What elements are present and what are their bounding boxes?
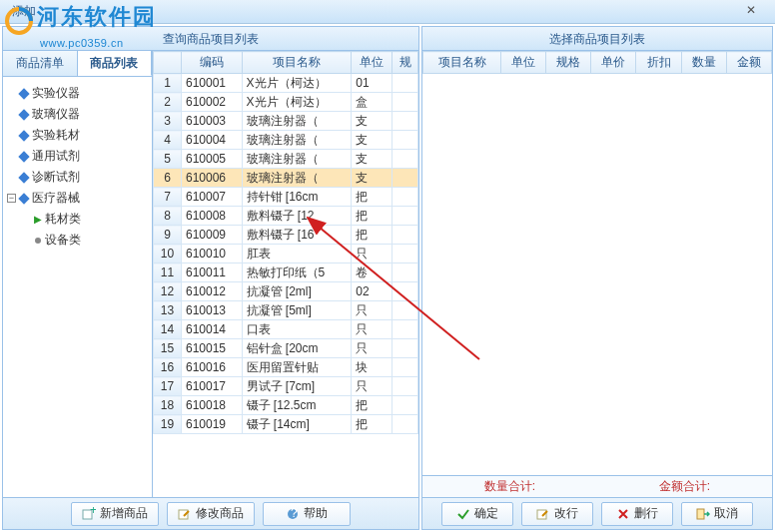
tree-node[interactable]: 实验耗材 — [7, 125, 148, 146]
cell-unit: 01 — [352, 74, 392, 93]
row-number: 9 — [154, 226, 182, 245]
cell-name: 口表 — [242, 320, 352, 339]
tree-node[interactable]: 通用试剂 — [7, 146, 148, 167]
tree-label: 实验仪器 — [32, 85, 80, 102]
cell-code: 610012 — [182, 282, 243, 301]
cell-unit: 只 — [352, 245, 392, 264]
column-header[interactable]: 项目名称 — [423, 52, 501, 74]
cell-spec — [392, 339, 418, 358]
table-row[interactable]: 15610015铝针盒 [20cm只 — [154, 339, 418, 358]
category-icon — [18, 193, 29, 204]
cell-code: 610008 — [182, 207, 243, 226]
cell-code: 610005 — [182, 150, 243, 169]
cell-name: 持针钳 [16cm — [242, 188, 352, 207]
cell-spec — [392, 74, 418, 93]
window-title: 添加 — [4, 3, 731, 20]
collapse-icon[interactable]: − — [7, 194, 16, 203]
cell-code: 610011 — [182, 264, 243, 282]
cell-name: 铝针盒 [20cm — [242, 339, 352, 358]
tree-label: 通用试剂 — [32, 148, 80, 165]
table-row[interactable]: 1610001X光片（柯达）01 — [154, 74, 418, 93]
cell-spec — [392, 358, 418, 377]
row-number: 3 — [154, 112, 182, 131]
cell-unit: 只 — [352, 301, 392, 320]
cell-unit: 卷 — [352, 264, 392, 282]
table-row[interactable]: 6610006玻璃注射器（支 — [154, 169, 418, 188]
table-row[interactable]: 10610010肛表只 — [154, 245, 418, 264]
table-row[interactable]: 7610007持针钳 [16cm把 — [154, 188, 418, 207]
cell-spec — [392, 131, 418, 150]
table-row[interactable]: 2610002X光片（柯达）盒 — [154, 93, 418, 112]
table-row[interactable]: 8610008敷料镊子 [12把 — [154, 207, 418, 226]
right-panel-title: 选择商品项目列表 — [422, 27, 772, 51]
table-row[interactable]: 14610014口表只 — [154, 320, 418, 339]
table-row[interactable]: 5610005玻璃注射器（支 — [154, 150, 418, 169]
table-row[interactable]: 17610017男试子 [7cm]只 — [154, 377, 418, 396]
table-row[interactable]: 4610004玻璃注射器（支 — [154, 131, 418, 150]
category-tree[interactable]: 实验仪器玻璃仪器实验耗材通用试剂诊断试剂−医疗器械▶耗材类设备类 — [3, 77, 152, 497]
table-row[interactable]: 19610019镊子 [14cm]把 — [154, 415, 418, 434]
row-number: 18 — [154, 396, 182, 415]
help-icon: ? — [286, 507, 300, 521]
cell-unit: 只 — [352, 377, 392, 396]
column-header[interactable]: 单位 — [352, 52, 392, 74]
help-button[interactable]: ?帮助 — [263, 502, 351, 526]
tree-node[interactable]: 玻璃仪器 — [7, 104, 148, 125]
amt-total-label: 金额合计: — [659, 478, 710, 495]
tree-node[interactable]: −医疗器械 — [7, 188, 148, 209]
close-icon[interactable]: ✕ — [731, 3, 771, 21]
cell-unit: 只 — [352, 320, 392, 339]
table-row[interactable]: 18610018镊子 [12.5cm把 — [154, 396, 418, 415]
column-header[interactable]: 数量 — [681, 52, 726, 74]
cancel-button[interactable]: 取消 — [681, 502, 753, 526]
column-header[interactable]: 折扣 — [636, 52, 681, 74]
left-toolbar: +新增商品 修改商品 ?帮助 — [3, 497, 418, 529]
column-header[interactable]: 项目名称 — [242, 52, 352, 74]
cell-code: 610017 — [182, 377, 243, 396]
tree-node[interactable]: ▶耗材类 — [7, 209, 148, 230]
column-header[interactable] — [154, 52, 182, 74]
add-product-button[interactable]: +新增商品 — [71, 502, 159, 526]
category-icon — [18, 172, 29, 183]
tree-node[interactable]: 设备类 — [7, 230, 148, 251]
cell-name: 抗凝管 [5ml] — [242, 301, 352, 320]
cell-code: 610016 — [182, 358, 243, 377]
table-row[interactable]: 3610003玻璃注射器（支 — [154, 112, 418, 131]
column-header[interactable]: 规 — [392, 52, 418, 74]
cell-spec — [392, 150, 418, 169]
edit-product-button[interactable]: 修改商品 — [167, 502, 255, 526]
category-icon — [18, 151, 29, 162]
row-number: 15 — [154, 339, 182, 358]
table-row[interactable]: 11610011热敏打印纸（5卷 — [154, 264, 418, 282]
table-row[interactable]: 16610016医用留置针贴块 — [154, 358, 418, 377]
tree-node[interactable]: 实验仪器 — [7, 83, 148, 104]
column-header[interactable]: 单价 — [591, 52, 636, 74]
tree-label: 设备类 — [45, 232, 81, 249]
cell-unit: 只 — [352, 339, 392, 358]
row-number: 10 — [154, 245, 182, 264]
cell-code: 610004 — [182, 131, 243, 150]
cell-spec — [392, 207, 418, 226]
table-row[interactable]: 12610012抗凝管 [2ml]02 — [154, 282, 418, 301]
left-panel-title: 查询商品项目列表 — [3, 27, 418, 51]
column-header[interactable]: 金额 — [726, 52, 771, 74]
cell-name: 玻璃注射器（ — [242, 112, 352, 131]
pencil-icon — [178, 507, 192, 521]
table-row[interactable]: 9610009敷料镊子 [16把 — [154, 226, 418, 245]
selected-grid[interactable]: 项目名称单位规格单价折扣数量金额 — [422, 51, 772, 475]
tree-node[interactable]: 诊断试剂 — [7, 167, 148, 188]
column-header[interactable]: 规格 — [546, 52, 591, 74]
tab-product-bill[interactable]: 商品清单 — [3, 51, 78, 76]
delete-row-button[interactable]: 删行 — [601, 502, 673, 526]
tree-label: 诊断试剂 — [32, 169, 80, 186]
row-number: 11 — [154, 264, 182, 282]
column-header[interactable]: 编码 — [182, 52, 243, 74]
cell-code: 610006 — [182, 169, 243, 188]
column-header[interactable]: 单位 — [501, 52, 546, 74]
modify-row-button[interactable]: 改行 — [521, 502, 593, 526]
cell-code: 610007 — [182, 188, 243, 207]
table-row[interactable]: 13610013抗凝管 [5ml]只 — [154, 301, 418, 320]
ok-button[interactable]: 确定 — [441, 502, 513, 526]
tab-product-list[interactable]: 商品列表 — [78, 51, 153, 76]
product-grid[interactable]: 编码项目名称单位规1610001X光片（柯达）012610002X光片（柯达）盒… — [153, 51, 418, 497]
